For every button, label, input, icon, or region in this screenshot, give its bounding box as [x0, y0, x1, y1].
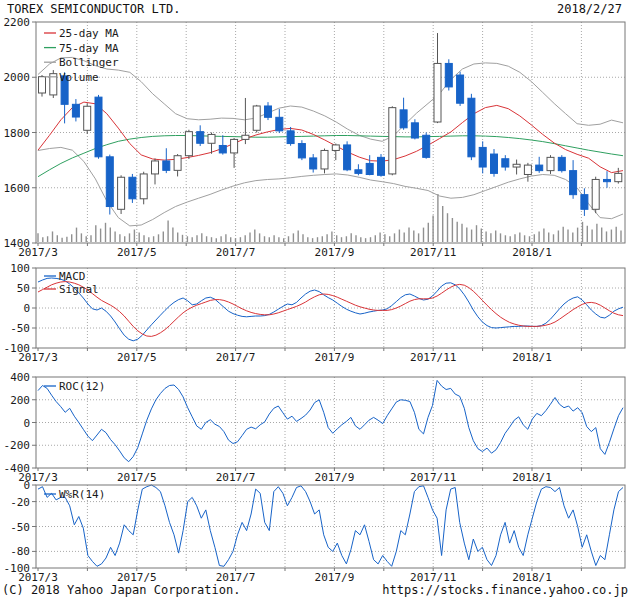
legend-label: 25-day MA — [59, 27, 119, 40]
candle-down — [570, 171, 577, 195]
candle-down — [604, 179, 611, 181]
y-tick-label: 2200 — [4, 16, 31, 29]
legend-label: 75-day MA — [59, 42, 119, 55]
candle-down — [276, 117, 283, 131]
candle-down — [106, 157, 113, 207]
x-tick-label: 2018/1 — [512, 471, 552, 484]
x-tick-label: 2018/1 — [512, 246, 552, 259]
legend-label: Bollinger — [59, 56, 119, 69]
candle-up — [39, 77, 46, 93]
y-tick-label: -20 — [10, 496, 30, 509]
candle-up — [231, 139, 238, 153]
candle-up — [332, 145, 339, 151]
x-tick-label: 2017/3 — [18, 351, 58, 364]
candle-down — [265, 106, 272, 117]
candle-down — [378, 157, 385, 175]
legend-label: W%R(14) — [59, 488, 105, 501]
x-tick-label: 2017/7 — [216, 351, 256, 364]
y-tick-label: 400 — [10, 371, 30, 384]
candle-down — [411, 123, 418, 138]
y-tick-label: 0 — [23, 479, 30, 492]
candle-down — [468, 98, 475, 157]
copyright-text: (C) 2018 Yahoo Japan Corporation. — [2, 583, 240, 597]
candle-up — [152, 161, 159, 174]
candle-up — [253, 106, 260, 130]
x-tick-label: 2017/9 — [315, 471, 355, 484]
candle-up — [242, 135, 249, 139]
y-tick-label: 1800 — [4, 127, 31, 140]
candle-up — [513, 164, 520, 167]
candle-up — [615, 173, 622, 181]
x-tick-label: 2017/5 — [117, 471, 157, 484]
x-tick-label: 2017/11 — [410, 471, 456, 484]
candle-down — [400, 110, 407, 128]
candle-down — [72, 104, 79, 117]
stock-chart-page: TOREX SEMICONDUCTOR LTD. 2018/2/27 22002… — [0, 0, 630, 600]
candle-down — [355, 170, 362, 174]
y-tick-label: 50 — [17, 282, 30, 295]
candle-down — [163, 161, 170, 170]
candle-down — [310, 158, 317, 169]
charts-svg: 220020001800160014002017/32017/52017/720… — [0, 0, 630, 600]
candle-down — [536, 165, 543, 171]
macd-panel: 100500-50-1002017/32017/52017/72017/9201… — [4, 262, 626, 364]
y-tick-label: -50 — [10, 521, 30, 534]
candle-down — [287, 131, 294, 144]
candle-down — [344, 145, 351, 170]
candle-down — [558, 157, 565, 170]
price-panel: 220020001800160014002017/32017/52017/720… — [4, 16, 626, 259]
y-tick-label: 0 — [23, 302, 30, 315]
candle-up — [592, 179, 599, 209]
candle-down — [491, 154, 498, 173]
candle-up — [118, 177, 125, 209]
candle-up — [524, 165, 531, 174]
volume-bars — [38, 194, 621, 242]
candle-up — [547, 157, 554, 170]
x-tick-label: 2017/7 — [216, 471, 256, 484]
roc-panel: 4002000-200-4002017/32017/52017/72017/92… — [4, 371, 626, 484]
legend-label: Signal — [59, 283, 99, 296]
candle-up — [84, 106, 91, 130]
candle-up — [389, 108, 396, 174]
y-tick-label: 200 — [10, 394, 30, 407]
legend-label: Volume — [59, 71, 99, 84]
ma-25-day-line — [38, 102, 623, 173]
candle-down — [197, 132, 204, 144]
candle-up — [434, 63, 441, 122]
candle-down — [457, 75, 464, 103]
candle-up — [140, 174, 147, 199]
candle-up — [174, 156, 181, 171]
x-tick-label: 2017/9 — [315, 246, 355, 259]
roc-line — [38, 380, 623, 461]
y-tick-label: 0 — [23, 417, 30, 430]
x-tick-label: 2017/3 — [18, 246, 58, 259]
y-tick-label: -50 — [10, 322, 30, 335]
candle-down — [445, 63, 452, 86]
y-tick-label: 1600 — [4, 182, 31, 195]
candle-down — [502, 159, 509, 167]
y-tick-label: -80 — [10, 545, 30, 558]
candle-up — [208, 134, 215, 143]
candle-up — [321, 150, 328, 169]
candle-down — [366, 163, 373, 174]
x-tick-label: 2017/11 — [410, 246, 456, 259]
candle-down — [479, 147, 486, 167]
candle-down — [95, 97, 102, 157]
x-tick-label: 2017/9 — [315, 351, 355, 364]
y-tick-label: -200 — [4, 439, 31, 452]
x-tick-label: 2018/1 — [512, 351, 552, 364]
bollinger-lower-line — [38, 147, 623, 226]
source-url: https://stocks.finance.yahoo.co.jp — [382, 583, 628, 597]
wpr-line — [38, 485, 623, 566]
candle-down — [581, 195, 588, 210]
y-tick-label: 100 — [10, 262, 30, 275]
x-tick-label: 2017/9 — [315, 571, 355, 584]
candles — [39, 33, 622, 216]
wpr-panel: 0-20-50-80-1002017/32017/52017/72017/920… — [4, 479, 626, 584]
x-tick-label: 2017/7 — [216, 246, 256, 259]
y-tick-label: 2000 — [4, 71, 31, 84]
x-tick-label: 2017/11 — [410, 351, 456, 364]
macd-line — [38, 278, 623, 341]
legend-label: MACD — [59, 270, 86, 283]
legend-label: ROC(12) — [59, 380, 105, 393]
